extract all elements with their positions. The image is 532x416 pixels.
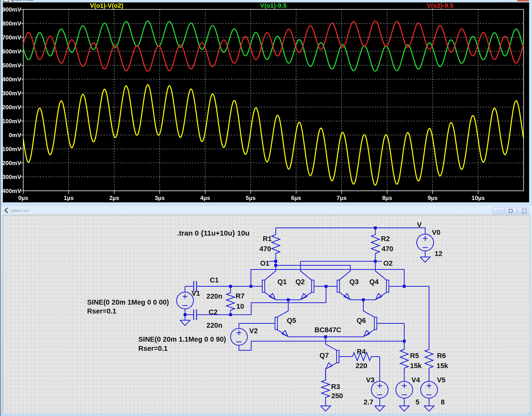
- svg-text:8µs: 8µs: [382, 195, 392, 201]
- svg-text:100mV: 100mV: [2, 118, 21, 124]
- svg-text:O1: O1: [260, 259, 269, 267]
- svg-text:BC847C: BC847C: [314, 326, 341, 334]
- svg-text:V: V: [417, 221, 422, 228]
- svg-text:220: 220: [356, 362, 367, 369]
- svg-text:R7: R7: [236, 292, 245, 300]
- svg-text:O2: O2: [383, 259, 393, 267]
- svg-text:220n: 220n: [207, 321, 222, 329]
- svg-text:SINE(0 20m 1.1Meg 0 0 90): SINE(0 20m 1.1Meg 0 0 90): [138, 335, 226, 343]
- svg-text:900mV: 900mV: [2, 6, 21, 13]
- svg-text:250: 250: [331, 392, 343, 400]
- svg-text:15k: 15k: [437, 362, 448, 369]
- svg-text:220n: 220n: [207, 292, 222, 300]
- svg-text:-200mV: -200mV: [0, 160, 21, 166]
- svg-text:Q4: Q4: [369, 278, 379, 286]
- svg-text:Q6: Q6: [357, 317, 366, 324]
- svg-text:600mV: 600mV: [2, 48, 21, 55]
- svg-text:15k: 15k: [410, 362, 422, 369]
- svg-text:1µs: 1µs: [64, 195, 74, 201]
- svg-text:Q2: Q2: [295, 278, 305, 286]
- svg-text:800mV: 800mV: [2, 20, 21, 27]
- svg-text:400mV: 400mV: [2, 76, 21, 83]
- svg-text:R5: R5: [410, 352, 419, 359]
- svg-text:-100mV: -100mV: [0, 146, 21, 152]
- svg-text:3µs: 3µs: [155, 195, 165, 201]
- svg-text:C2: C2: [209, 308, 218, 316]
- svg-text:V(o2)-9.5: V(o2)-9.5: [427, 2, 453, 9]
- svg-text:300mV: 300mV: [2, 90, 21, 96]
- svg-text:R4: R4: [357, 348, 366, 355]
- svg-text:0µs: 0µs: [18, 195, 28, 201]
- svg-text:V(o1)-9.5: V(o1)-9.5: [260, 2, 286, 9]
- svg-text:.tran 0 {11u+10u} 10u: .tran 0 {11u+10u} 10u: [177, 229, 249, 237]
- svg-text:V0: V0: [432, 228, 440, 236]
- svg-text:V3: V3: [366, 376, 374, 384]
- svg-text:V5: V5: [437, 376, 445, 384]
- svg-text:10: 10: [236, 303, 244, 310]
- svg-text:R3: R3: [331, 383, 340, 390]
- svg-text:V1: V1: [191, 289, 200, 297]
- svg-text:-300mV: -300mV: [0, 174, 21, 180]
- svg-text:12: 12: [435, 250, 442, 257]
- svg-text:5µs: 5µs: [246, 195, 256, 201]
- svg-text:-400mV: -400mV: [0, 188, 21, 194]
- svg-text:R2: R2: [381, 235, 390, 243]
- svg-text:SINE(0 20m 1Meg 0 0 00): SINE(0 20m 1Meg 0 0 00): [87, 298, 169, 306]
- svg-text:R6: R6: [437, 352, 446, 359]
- svg-text:V4: V4: [411, 376, 420, 384]
- svg-text:9µs: 9µs: [428, 195, 437, 201]
- svg-text:Rser=0.1: Rser=0.1: [87, 307, 116, 315]
- svg-text:2.7: 2.7: [364, 398, 373, 406]
- svg-text:V2: V2: [249, 327, 258, 335]
- svg-text:Q5: Q5: [287, 317, 296, 324]
- svg-text:C1: C1: [210, 276, 219, 284]
- svg-text:Rser=0.1: Rser=0.1: [138, 345, 168, 352]
- svg-text:4µs: 4µs: [200, 195, 210, 201]
- svg-text:6µs: 6µs: [291, 195, 301, 201]
- svg-text:0mV: 0mV: [9, 132, 21, 138]
- svg-text:10µs: 10µs: [472, 195, 485, 201]
- svg-text:200mV: 200mV: [2, 104, 21, 110]
- svg-text:Q7: Q7: [320, 351, 329, 359]
- svg-text:Q3: Q3: [349, 278, 359, 286]
- svg-text:700mV: 700mV: [2, 34, 21, 41]
- svg-text:R1: R1: [263, 235, 272, 243]
- svg-text:V(o1)-V(o2): V(o1)-V(o2): [90, 2, 124, 9]
- svg-text:2µs: 2µs: [109, 195, 119, 201]
- svg-text:8: 8: [441, 398, 445, 406]
- svg-text:5: 5: [416, 398, 419, 406]
- svg-text:470: 470: [259, 245, 271, 253]
- svg-text:500mV: 500mV: [2, 62, 21, 69]
- svg-text:470: 470: [382, 245, 393, 253]
- svg-text:Q1: Q1: [277, 278, 287, 286]
- svg-text:7µs: 7µs: [337, 195, 346, 201]
